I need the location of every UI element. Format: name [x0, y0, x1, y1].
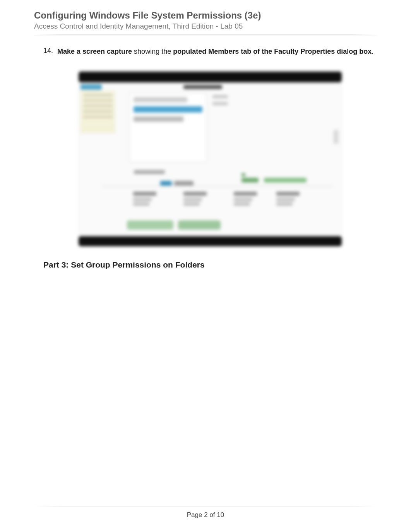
step-text: Make a screen capture showing the popula… — [57, 47, 373, 56]
scroll-indicator — [334, 130, 338, 144]
step-number: 14. — [43, 47, 57, 55]
panel-divider — [102, 186, 334, 186]
step-mid: showing the — [132, 48, 173, 55]
page-subtitle: Access Control and Identity Management, … — [34, 22, 377, 31]
page-title: Configuring Windows File System Permissi… — [34, 9, 377, 21]
window-titlebar — [79, 72, 342, 82]
dialog-ok-button — [127, 220, 173, 230]
panel-button-secondary — [174, 181, 194, 186]
section-heading: Part 3: Set Group Permissions on Folders — [43, 260, 377, 269]
detail-col-2 — [183, 192, 207, 206]
screenshot-figure — [75, 68, 346, 249]
right-labels — [212, 95, 228, 134]
detail-col-4 — [276, 192, 300, 206]
instruction-step: 14. Make a screen capture showing the po… — [43, 47, 377, 56]
footer-divider — [34, 506, 377, 506]
status-chip-2 — [264, 178, 307, 182]
content-area: 14. Make a screen capture showing the po… — [34, 47, 377, 269]
window-taskbar — [79, 236, 342, 246]
dialog-title — [183, 85, 222, 89]
step-bold-lead: Make a screen capture — [57, 48, 132, 55]
active-tab — [80, 84, 102, 90]
detail-col-3 — [234, 192, 257, 206]
window-body — [79, 83, 342, 235]
panel-button-primary — [160, 181, 172, 186]
header-divider — [34, 34, 377, 35]
nav-tree — [80, 90, 115, 133]
selected-member-row — [134, 106, 202, 113]
step-period: . — [372, 48, 373, 55]
dialog-cancel-button — [178, 220, 221, 230]
status-chip-1 — [241, 178, 259, 182]
members-panel — [129, 93, 207, 162]
step-bold-tail: populated Members tab of the Faculty Pro… — [173, 48, 372, 55]
panel-buttons-label — [134, 170, 165, 174]
page-number: Page 2 of 10 — [0, 511, 411, 519]
detail-col-1 — [133, 192, 156, 206]
status-dot — [241, 173, 245, 176]
